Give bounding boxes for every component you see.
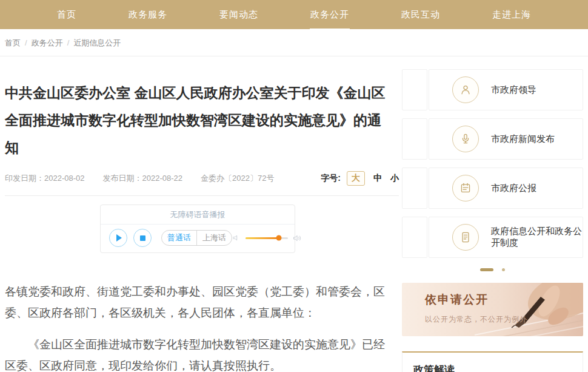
page-title: 中共金山区委办公室 金山区人民政府办公室关于印发《金山区全面推进城市数字化转型加…: [5, 79, 388, 161]
carousel-dot[interactable]: [502, 268, 505, 271]
font-size-label: 字号:: [321, 173, 341, 184]
paragraph: 各镇党委和政府、街道党工委和办事处、园区党委（党工委）和管委会，区委、区政府各部…: [5, 281, 395, 323]
nav-item-home[interactable]: 首页: [53, 1, 80, 29]
policy-section-title: 政策解读: [413, 363, 583, 372]
volume-loud-icon[interactable]: [293, 234, 302, 243]
nav-item-interaction[interactable]: 政民互动: [398, 1, 444, 29]
font-size-medium-button[interactable]: 中: [373, 173, 382, 184]
language-toggle: 普通话 上海话: [161, 230, 232, 246]
volume-knob[interactable]: [276, 235, 281, 241]
carousel-prev-card-edge[interactable]: [402, 217, 427, 258]
nav-item-about-shanghai[interactable]: 走进上海: [489, 1, 535, 29]
breadcrumb-current: 近期信息公开: [73, 38, 121, 47]
sidebar-item-label: 市政府公报: [491, 183, 536, 194]
nav-item-news[interactable]: 要闻动态: [216, 1, 262, 29]
sidebar-row: 政府信息公开和政务公开制度: [402, 217, 583, 258]
play-button[interactable]: [109, 229, 127, 247]
sidebar-item-label: 市政府领导: [491, 84, 536, 96]
breadcrumb-section[interactable]: 政务公开: [32, 38, 63, 47]
article-meta-row: 印发日期：2022-08-02 发布日期：2022-08-22 金委办〔2022…: [5, 171, 399, 196]
sidebar-item-disclosure-system[interactable]: 政府信息公开和政务公开制度: [429, 217, 583, 258]
carousel-dots: [402, 268, 583, 271]
volume-slider[interactable]: [246, 237, 288, 239]
font-size-large-button[interactable]: 大: [347, 171, 365, 186]
doc-number: 金委办〔2022〕72号: [201, 173, 274, 184]
sidebar-item-label: 市政府新闻发布: [491, 134, 555, 145]
article-column: 中共金山区委办公室 金山区人民政府办公室关于印发《金山区全面推进城市数字化转型加…: [5, 56, 399, 372]
page: 首页 政务服务 要闻动态 政务公开 政民互动 走进上海 首页/政务公开/近期信息…: [0, 0, 588, 372]
carousel-dot-active[interactable]: [480, 268, 493, 271]
nav-item-services[interactable]: 政务服务: [125, 1, 171, 29]
sidebar-row: 市政府新闻发布: [402, 118, 583, 160]
breadcrumb-separator: /: [67, 38, 70, 47]
font-size-small-button[interactable]: 小: [390, 173, 399, 184]
request-disclosure-banner[interactable]: 依申请公开 以公开为常态，不公开为例外: [402, 283, 583, 336]
person-icon: [452, 76, 479, 103]
sidebar: 市政府领导 市政府新闻发布: [402, 56, 583, 372]
carousel-prev-card-edge[interactable]: [402, 118, 427, 160]
bulletin-icon: [452, 175, 479, 201]
paragraph: 《金山区全面推进城市数字化转型加快数智湾区建设的实施意见》已经区委、区政府同意，…: [5, 334, 395, 372]
volume-fill: [246, 237, 279, 239]
audio-player-title: 无障碍语音播报: [101, 205, 295, 225]
sidebar-row: 市政府领导: [402, 69, 583, 110]
document-icon: [452, 224, 479, 251]
carousel-prev-card-edge[interactable]: [402, 167, 427, 209]
sidebar-row: 市政府公报: [402, 167, 583, 209]
top-nav: 首页 政务服务 要闻动态 政务公开 政民互动 走进上海: [0, 0, 588, 29]
microphone-icon: [452, 126, 479, 152]
banner-subtitle: 以公开为常态，不公开为例外: [425, 314, 583, 325]
mandarin-button[interactable]: 普通话: [162, 231, 197, 245]
volume-control: [232, 234, 302, 243]
policy-section: 政策解读: [402, 351, 583, 372]
banner-text: 依申请公开 以公开为常态，不公开为例外: [402, 283, 583, 325]
sidebar-item-gov-leaders[interactable]: 市政府领导: [429, 69, 583, 110]
publish-date: 发布日期：2022-08-22: [103, 173, 183, 184]
sidebar-item-press-release[interactable]: 市政府新闻发布: [429, 118, 583, 160]
sidebar-item-label: 政府信息公开和政务公开制度: [491, 226, 583, 249]
nav-item-gov-disclosure[interactable]: 政务公开: [307, 1, 353, 29]
stop-icon: [140, 235, 145, 241]
shanghainese-button[interactable]: 上海话: [197, 231, 232, 245]
breadcrumb: 首页/政务公开/近期信息公开: [0, 29, 588, 56]
print-date: 印发日期：2022-08-02: [5, 173, 85, 184]
stop-button[interactable]: [133, 229, 152, 247]
font-size-group: 字号: 大 中 小: [321, 171, 399, 186]
sidebar-item-gov-bulletin[interactable]: 市政府公报: [429, 167, 583, 209]
volume-mute-icon[interactable]: [232, 234, 241, 242]
breadcrumb-separator: /: [25, 38, 27, 47]
breadcrumb-home[interactable]: 首页: [5, 38, 21, 47]
audio-player: 无障碍语音播报 普通话 上海话: [100, 205, 295, 253]
carousel-prev-card-edge[interactable]: [402, 69, 427, 110]
banner-title: 依申请公开: [425, 292, 583, 308]
article-body: 各镇党委和政府、街道党工委和办事处、园区党委（党工委）和管委会，区委、区政府各部…: [5, 281, 395, 372]
play-icon: [116, 234, 122, 242]
main-area: 中共金山区委办公室 金山区人民政府办公室关于印发《金山区全面推进城市数字化转型加…: [0, 56, 588, 372]
audio-player-controls: 普通话 上海话: [101, 225, 295, 252]
